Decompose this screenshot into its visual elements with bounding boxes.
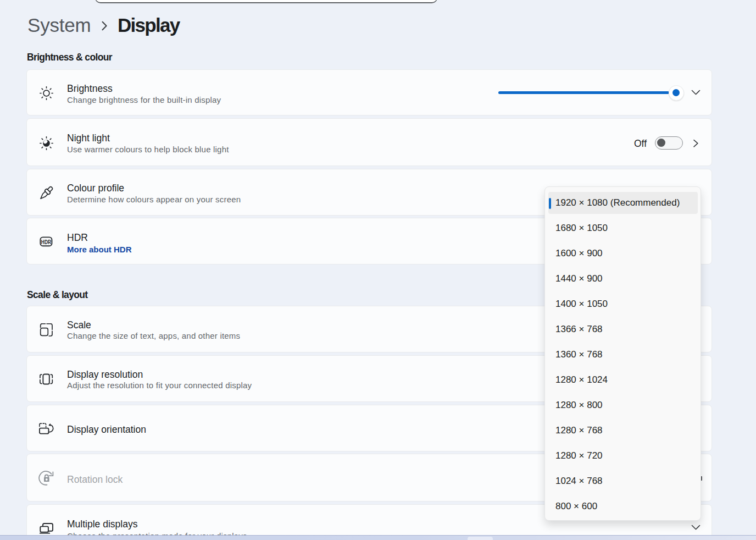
svg-text:HDR: HDR [41,238,51,245]
